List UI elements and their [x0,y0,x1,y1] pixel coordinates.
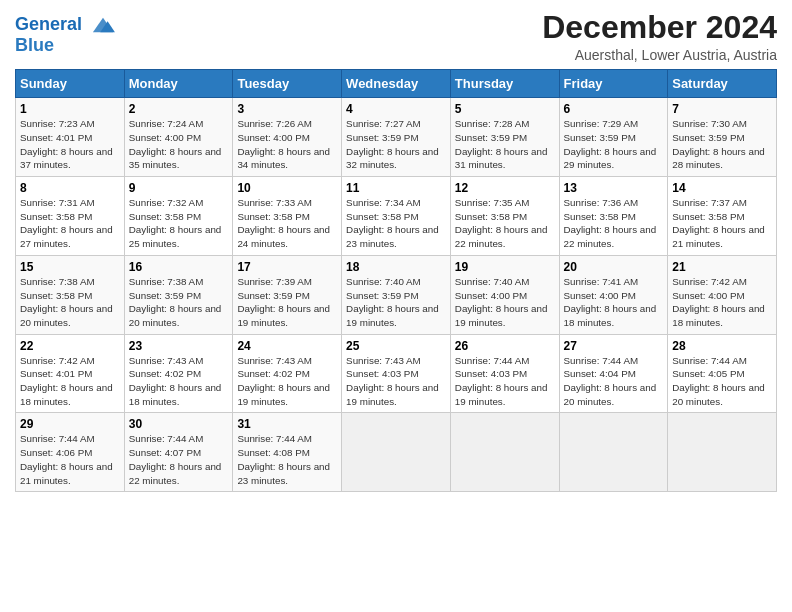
sunrise-label: Sunrise: 7:31 AM [20,197,95,208]
sunrise-label: Sunrise: 7:24 AM [129,118,204,129]
day-info: Sunrise: 7:44 AM Sunset: 4:08 PM Dayligh… [237,432,337,487]
day-number: 4 [346,102,446,116]
day-number: 20 [564,260,664,274]
sunset-label: Sunset: 3:59 PM [237,290,309,301]
daylight-label: Daylight: 8 hours and 27 minutes. [20,224,113,249]
header-monday: Monday [124,70,233,98]
calendar-week-2: 8 Sunrise: 7:31 AM Sunset: 3:58 PM Dayli… [16,177,777,256]
daylight-label: Daylight: 8 hours and 22 minutes. [129,461,222,486]
daylight-label: Daylight: 8 hours and 20 minutes. [564,382,657,407]
day-number: 6 [564,102,664,116]
daylight-label: Daylight: 8 hours and 19 minutes. [455,382,548,407]
day-info: Sunrise: 7:43 AM Sunset: 4:02 PM Dayligh… [237,354,337,409]
daylight-label: Daylight: 8 hours and 21 minutes. [20,461,113,486]
calendar-table: Sunday Monday Tuesday Wednesday Thursday… [15,69,777,492]
day-cell-11: 11 Sunrise: 7:34 AM Sunset: 3:58 PM Dayl… [342,177,451,256]
sunrise-label: Sunrise: 7:44 AM [672,355,747,366]
day-cell-3: 3 Sunrise: 7:26 AM Sunset: 4:00 PM Dayli… [233,98,342,177]
calendar-week-4: 22 Sunrise: 7:42 AM Sunset: 4:01 PM Dayl… [16,334,777,413]
sunrise-label: Sunrise: 7:34 AM [346,197,421,208]
title-block: December 2024 Auersthal, Lower Austria, … [542,10,777,63]
day-number: 9 [129,181,229,195]
daylight-label: Daylight: 8 hours and 34 minutes. [237,146,330,171]
day-info: Sunrise: 7:29 AM Sunset: 3:59 PM Dayligh… [564,117,664,172]
day-number: 8 [20,181,120,195]
sunrise-label: Sunrise: 7:40 AM [346,276,421,287]
day-info: Sunrise: 7:32 AM Sunset: 3:58 PM Dayligh… [129,196,229,251]
day-number: 15 [20,260,120,274]
sunset-label: Sunset: 4:00 PM [564,290,636,301]
daylight-label: Daylight: 8 hours and 21 minutes. [672,224,765,249]
day-cell-14: 14 Sunrise: 7:37 AM Sunset: 3:58 PM Dayl… [668,177,777,256]
sunset-label: Sunset: 4:02 PM [237,368,309,379]
header-saturday: Saturday [668,70,777,98]
day-cell-29: 29 Sunrise: 7:44 AM Sunset: 4:06 PM Dayl… [16,413,125,492]
header-wednesday: Wednesday [342,70,451,98]
sunset-label: Sunset: 4:05 PM [672,368,744,379]
sunset-label: Sunset: 4:00 PM [455,290,527,301]
sunset-label: Sunset: 4:00 PM [237,132,309,143]
sunset-label: Sunset: 3:59 PM [346,290,418,301]
day-number: 30 [129,417,229,431]
day-info: Sunrise: 7:27 AM Sunset: 3:59 PM Dayligh… [346,117,446,172]
day-number: 25 [346,339,446,353]
day-info: Sunrise: 7:38 AM Sunset: 3:58 PM Dayligh… [20,275,120,330]
day-number: 3 [237,102,337,116]
sunrise-label: Sunrise: 7:35 AM [455,197,530,208]
day-number: 23 [129,339,229,353]
day-cell-24: 24 Sunrise: 7:43 AM Sunset: 4:02 PM Dayl… [233,334,342,413]
sunset-label: Sunset: 4:01 PM [20,368,92,379]
daylight-label: Daylight: 8 hours and 37 minutes. [20,146,113,171]
daylight-label: Daylight: 8 hours and 20 minutes. [129,303,222,328]
day-cell-18: 18 Sunrise: 7:40 AM Sunset: 3:59 PM Dayl… [342,255,451,334]
day-info: Sunrise: 7:23 AM Sunset: 4:01 PM Dayligh… [20,117,120,172]
day-info: Sunrise: 7:37 AM Sunset: 3:58 PM Dayligh… [672,196,772,251]
day-info: Sunrise: 7:40 AM Sunset: 3:59 PM Dayligh… [346,275,446,330]
main-title: December 2024 [542,10,777,45]
calendar-week-1: 1 Sunrise: 7:23 AM Sunset: 4:01 PM Dayli… [16,98,777,177]
day-number: 1 [20,102,120,116]
daylight-label: Daylight: 8 hours and 22 minutes. [564,224,657,249]
day-info: Sunrise: 7:33 AM Sunset: 3:58 PM Dayligh… [237,196,337,251]
calendar-header-row: Sunday Monday Tuesday Wednesday Thursday… [16,70,777,98]
daylight-label: Daylight: 8 hours and 19 minutes. [237,382,330,407]
logo-line2: Blue [15,36,117,56]
day-cell-21: 21 Sunrise: 7:42 AM Sunset: 4:00 PM Dayl… [668,255,777,334]
day-number: 26 [455,339,555,353]
sunset-label: Sunset: 4:00 PM [129,132,201,143]
sunrise-label: Sunrise: 7:30 AM [672,118,747,129]
daylight-label: Daylight: 8 hours and 22 minutes. [455,224,548,249]
sunset-label: Sunset: 3:59 PM [672,132,744,143]
sunset-label: Sunset: 3:58 PM [20,211,92,222]
day-cell-13: 13 Sunrise: 7:36 AM Sunset: 3:58 PM Dayl… [559,177,668,256]
sunset-label: Sunset: 3:59 PM [564,132,636,143]
sunset-label: Sunset: 4:03 PM [346,368,418,379]
day-cell-27: 27 Sunrise: 7:44 AM Sunset: 4:04 PM Dayl… [559,334,668,413]
day-number: 7 [672,102,772,116]
day-number: 5 [455,102,555,116]
day-info: Sunrise: 7:24 AM Sunset: 4:00 PM Dayligh… [129,117,229,172]
sunset-label: Sunset: 4:00 PM [672,290,744,301]
sunset-label: Sunset: 4:07 PM [129,447,201,458]
sunrise-label: Sunrise: 7:44 AM [455,355,530,366]
day-cell-5: 5 Sunrise: 7:28 AM Sunset: 3:59 PM Dayli… [450,98,559,177]
day-number: 24 [237,339,337,353]
day-number: 13 [564,181,664,195]
day-info: Sunrise: 7:41 AM Sunset: 4:00 PM Dayligh… [564,275,664,330]
daylight-label: Daylight: 8 hours and 19 minutes. [237,303,330,328]
day-number: 17 [237,260,337,274]
day-number: 29 [20,417,120,431]
day-info: Sunrise: 7:40 AM Sunset: 4:00 PM Dayligh… [455,275,555,330]
day-info: Sunrise: 7:44 AM Sunset: 4:06 PM Dayligh… [20,432,120,487]
day-info: Sunrise: 7:44 AM Sunset: 4:07 PM Dayligh… [129,432,229,487]
page: General Blue December 2024 Auersthal, Lo… [0,0,792,612]
day-number: 12 [455,181,555,195]
sunset-label: Sunset: 4:06 PM [20,447,92,458]
calendar-week-5: 29 Sunrise: 7:44 AM Sunset: 4:06 PM Dayl… [16,413,777,492]
header-sunday: Sunday [16,70,125,98]
day-cell-31: 31 Sunrise: 7:44 AM Sunset: 4:08 PM Dayl… [233,413,342,492]
sunset-label: Sunset: 4:08 PM [237,447,309,458]
sunrise-label: Sunrise: 7:41 AM [564,276,639,287]
day-number: 2 [129,102,229,116]
sunrise-label: Sunrise: 7:44 AM [129,433,204,444]
